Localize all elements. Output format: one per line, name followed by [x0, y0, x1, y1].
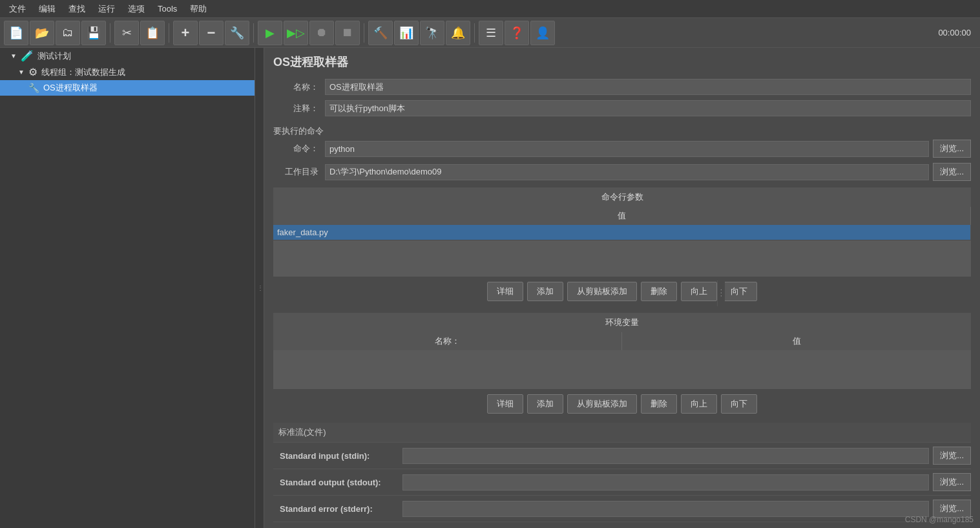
toolbar: 📄 📂 🗂 💾 ✂ 📋 + − 🔧 ▶ ▶▷ ⏺ ⏹ 🔨 📊 🔭 🔔 ☰ ❓ 👤… — [0, 18, 980, 48]
group-icon: ⚙ — [28, 66, 37, 78]
collapse-handle[interactable]: ··· — [717, 280, 725, 306]
timer-display: 00:00:00 — [938, 28, 976, 37]
stdin-input[interactable] — [402, 448, 929, 464]
command-row: 命令： 浏览... — [273, 140, 971, 158]
cmdargs-section-header: 命令行参数 — [273, 187, 971, 207]
tree-ossampler[interactable]: 🔧 OS进程取样器 — [0, 80, 255, 96]
stdout-label: Standard output (stdout): — [273, 478, 402, 487]
agent-button[interactable]: 👤 — [530, 21, 555, 45]
stdin-row: Standard input (stdin): 浏览... — [273, 443, 971, 469]
sep4 — [364, 23, 364, 43]
open-button[interactable]: 📂 — [30, 21, 54, 45]
run2-button[interactable]: ▶▷ — [284, 21, 308, 45]
help-button[interactable]: ❓ — [505, 21, 529, 45]
watermark: CSDN @mango185 — [905, 515, 974, 524]
menu-find[interactable]: 查找 — [62, 1, 92, 17]
menu-tools[interactable]: Tools — [151, 1, 183, 16]
copy-button[interactable]: 📋 — [140, 21, 165, 45]
sampler-icon: 🔧 — [28, 83, 39, 93]
sep3 — [253, 23, 254, 43]
env-down-button[interactable]: 向下 — [721, 394, 757, 414]
menu-options[interactable]: 选项 — [121, 1, 151, 17]
run-button[interactable]: ▶ — [258, 21, 282, 45]
plan-icon: 🧪 — [21, 50, 34, 62]
sep2 — [169, 23, 169, 43]
sampler-label: OS进程取样器 — [43, 82, 98, 94]
command-browse-button[interactable]: 浏览... — [933, 140, 971, 158]
add-button[interactable]: + — [173, 21, 198, 45]
add-arg-button[interactable]: 添加 — [527, 282, 563, 301]
menubar: 文件 编辑 查找 运行 选项 Tools 帮助 — [0, 0, 980, 18]
cut-button[interactable]: ✂ — [114, 21, 139, 45]
command-label: 命令： — [273, 143, 325, 154]
env-name-col-header: 名称： — [273, 332, 622, 350]
sep1 — [110, 23, 110, 43]
menu-edit[interactable]: 编辑 — [32, 1, 62, 17]
value-col-header: 值 — [273, 207, 971, 225]
stderr-row: Standard error (stderr): 浏览... — [273, 496, 971, 522]
group-label: 线程组：测试数据生成 — [41, 67, 125, 78]
workdir-browse-button[interactable]: 浏览... — [933, 163, 971, 181]
stdout-input[interactable] — [402, 474, 929, 491]
stdstream-header: 标准流(文件) — [273, 423, 971, 443]
env-value-col-header: 值 — [622, 332, 971, 350]
name-input[interactable] — [325, 79, 971, 95]
list-button[interactable]: ☰ — [479, 21, 503, 45]
menu-help[interactable]: 帮助 — [183, 1, 213, 17]
bell-button[interactable]: 🔔 — [446, 21, 470, 45]
stop-button[interactable]: ⏺ — [309, 21, 334, 45]
sidebar: ▼ 🧪 测试计划 ▼ ⚙ 线程组：测试数据生成 🔧 OS进程取样器 ··· — [0, 48, 255, 528]
paste-arg-button[interactable]: 从剪贴板添加 — [567, 282, 637, 301]
plan-label: 测试计划 — [37, 50, 71, 62]
new-button[interactable]: 📄 — [4, 21, 28, 45]
workdir-input[interactable] — [325, 164, 929, 180]
menu-file[interactable]: 文件 — [3, 1, 32, 17]
table-row[interactable]: faker_data.py — [273, 225, 971, 240]
comment-label: 注释： — [273, 103, 325, 114]
workdir-label: 工作目录 — [273, 166, 325, 178]
comment-input[interactable] — [325, 100, 971, 116]
folder-button[interactable]: 🗂 — [56, 21, 80, 45]
command-input[interactable] — [325, 141, 929, 157]
tool1-button[interactable]: 🔨 — [368, 21, 393, 45]
env-delete-button[interactable]: 删除 — [641, 394, 677, 414]
tree-testplan[interactable]: ▼ 🧪 测试计划 — [0, 48, 255, 64]
stderr-label: Standard error (stderr): — [273, 504, 402, 514]
tool2-button[interactable]: 📊 — [394, 21, 419, 45]
glasses-button[interactable]: 🔭 — [420, 21, 444, 45]
sep5 — [474, 23, 475, 43]
name-row: 名称： — [273, 79, 971, 95]
env-paste-button[interactable]: 从剪贴板添加 — [567, 394, 637, 414]
empty-space — [273, 240, 971, 266]
workdir-row: 工作目录 浏览... — [273, 163, 971, 181]
stop2-button[interactable]: ⏹ — [335, 21, 360, 45]
save-button[interactable]: 💾 — [81, 21, 106, 45]
resize-handle[interactable]: ⋮ — [255, 48, 264, 528]
collapse-icon: ··· — [718, 289, 725, 298]
env-up-button[interactable]: 向上 — [681, 394, 717, 414]
env-add-button[interactable]: 添加 — [527, 394, 563, 414]
env-table-header: 名称： 值 — [273, 332, 971, 350]
detail-button[interactable]: 详细 — [487, 282, 523, 301]
up-arg-button[interactable]: 向上 — [681, 282, 717, 301]
wrench-button[interactable]: 🔧 — [225, 21, 249, 45]
comment-row: 注释： — [273, 100, 971, 116]
command-section-label: 要执行的命令 — [273, 121, 971, 140]
down-arg-button[interactable]: 向下 — [721, 282, 757, 301]
tree-threadgroup[interactable]: ▼ ⚙ 线程组：测试数据生成 — [0, 64, 255, 80]
menu-run[interactable]: 运行 — [92, 1, 121, 17]
stderr-input[interactable] — [402, 501, 929, 517]
delete-arg-button[interactable]: 删除 — [641, 282, 677, 301]
tree-arrow-group: ▼ — [18, 69, 25, 76]
stdin-browse-button[interactable]: 浏览... — [933, 447, 971, 465]
env-detail-button[interactable]: 详细 — [487, 394, 523, 414]
content-area: OS进程取样器 名称： 注释： 要执行的命令 命令： 浏览... 工作目录 — [264, 48, 980, 528]
env-table-body[interactable] — [273, 350, 971, 389]
remove-button[interactable]: − — [199, 21, 224, 45]
env-btn-row: 详细 添加 从剪贴板添加 删除 向上 向下 — [273, 389, 971, 419]
stdout-browse-button[interactable]: 浏览... — [933, 473, 971, 491]
cmdargs-btn-row: 详细 添加 从剪贴板添加 删除 向上 向下 — [273, 277, 971, 306]
stdout-row: Standard output (stdout): 浏览... — [273, 469, 971, 496]
cmdargs-table-body[interactable]: faker_data.py — [273, 225, 971, 277]
page-title: OS进程取样器 — [273, 54, 971, 70]
